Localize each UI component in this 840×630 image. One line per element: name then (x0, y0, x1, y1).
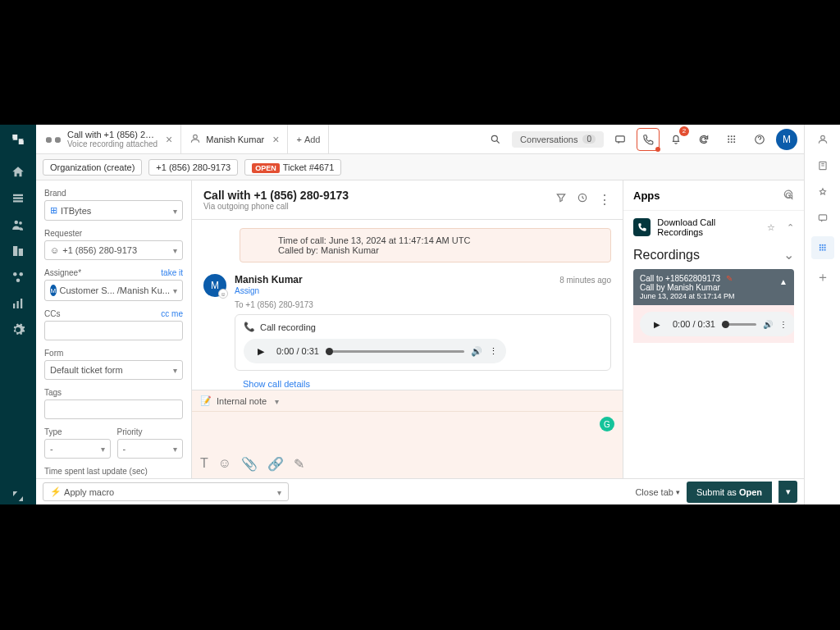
admin-icon[interactable] (10, 322, 26, 338)
apps-grid-icon[interactable] (720, 128, 743, 151)
events-icon[interactable] (577, 192, 588, 208)
products-icon[interactable] (10, 269, 26, 285)
help-icon[interactable] (748, 128, 771, 151)
customers-icon[interactable] (10, 217, 26, 233)
svg-rect-2 (13, 200, 23, 202)
submit-dropdown-button[interactable]: ▾ (778, 481, 797, 503)
close-tab-button[interactable]: Close tab▾ (635, 487, 679, 497)
audio-player[interactable]: ▶ 0:00 / 0:31 🔊 ⋮ (640, 312, 794, 336)
svg-point-14 (491, 135, 497, 141)
grammarly-icon[interactable]: G (600, 417, 614, 431)
refresh-icon[interactable] (783, 189, 794, 202)
zendesk-logo-icon[interactable] (10, 131, 26, 148)
emoji-icon[interactable]: ☺ (218, 456, 231, 472)
svg-rect-22 (728, 141, 729, 143)
app-download-call-recordings[interactable]: Download Call Recordings ☆ ⌃ (623, 211, 804, 244)
svg-rect-38 (824, 249, 825, 251)
assign-link[interactable]: Assign (235, 286, 259, 295)
chevron-down-icon[interactable] (272, 396, 279, 406)
close-icon[interactable]: × (166, 133, 172, 146)
link-icon[interactable]: 🔗 (267, 456, 284, 472)
audio-more-icon[interactable]: ⋮ (489, 346, 498, 357)
svg-rect-21 (733, 138, 735, 139)
svg-rect-18 (733, 135, 735, 137)
user-avatar[interactable]: M (776, 129, 797, 150)
user-icon (189, 133, 201, 146)
views-icon[interactable] (10, 190, 26, 207)
chevron-up-icon[interactable]: ⌃ (787, 222, 794, 233)
user-context-icon[interactable] (815, 131, 831, 148)
requester-select[interactable]: ☺ +1 (856) 280-9173 (44, 240, 183, 260)
pin-icon[interactable]: ☆ (767, 222, 775, 233)
text-format-icon[interactable]: T (200, 456, 208, 472)
ticket-subtitle: Via outgoing phone call (203, 202, 349, 211)
notifications-icon[interactable]: 2 (664, 128, 687, 151)
phone-call-button[interactable] (637, 128, 660, 151)
close-icon[interactable]: × (272, 133, 279, 146)
ticket-number-pill[interactable]: OPENTicket #4671 (244, 159, 341, 176)
ticket-properties-sidebar: Brand ⊞ ITBytes Requester ☺ +1 (856) 280… (36, 180, 192, 478)
add-tab-button[interactable]: + Add (288, 125, 329, 153)
commenter-avatar[interactable]: M☺ (203, 274, 226, 297)
organization-button[interactable]: Organization (create) (43, 159, 142, 176)
play-icon[interactable]: ▶ (252, 342, 270, 360)
organizations-icon[interactable] (10, 243, 26, 259)
wand-icon[interactable]: ✎ (294, 456, 304, 472)
audio-progress-bar[interactable] (326, 350, 464, 353)
audio-progress-bar[interactable] (722, 323, 756, 326)
show-call-details-link[interactable]: Show call details (235, 379, 611, 389)
edit-icon[interactable]: ✎ (726, 274, 733, 283)
apply-macro-select[interactable]: ⚡ Apply macro (43, 482, 289, 501)
attachment-icon[interactable]: 📎 (241, 456, 258, 472)
volume-icon[interactable]: 🔊 (471, 346, 482, 357)
take-it-link[interactable]: take it (161, 268, 183, 277)
refresh-icon[interactable] (692, 128, 715, 151)
audio-more-icon[interactable]: ⋮ (779, 320, 788, 329)
call-info-card: Time of call: June 13, 2024 at 11:47:14 … (240, 228, 611, 262)
tab-title: Call with +1 (856) 280-9... (67, 130, 158, 139)
svg-rect-37 (821, 249, 823, 251)
ticket-form-select[interactable]: Default ticket form (44, 360, 183, 380)
play-icon[interactable]: ▶ (648, 315, 666, 333)
volume-icon[interactable]: 🔊 (763, 320, 773, 329)
ai-icon[interactable] (815, 184, 831, 200)
filter-icon[interactable] (555, 192, 567, 208)
composer-mode[interactable]: Internal note (217, 396, 267, 406)
submit-button[interactable]: Submit as Open (687, 482, 772, 503)
svg-point-8 (20, 272, 24, 276)
chevron-down-icon (170, 365, 177, 375)
composer-textarea[interactable]: G (192, 412, 623, 453)
zendesk-products-icon[interactable] (10, 488, 26, 504)
priority-select[interactable]: - (117, 439, 184, 459)
brand-select[interactable]: ⊞ ITBytes (44, 200, 183, 221)
tags-input[interactable] (44, 399, 183, 419)
type-select[interactable]: - (44, 439, 111, 459)
more-icon[interactable]: ⋮ (598, 192, 611, 208)
chevron-down-icon[interactable]: ⌄ (783, 247, 794, 262)
reporting-icon[interactable] (10, 295, 26, 312)
commenter-name: Manish Kumar (235, 274, 303, 285)
assignee-select[interactable]: M Customer S... /Manish Ku... (44, 280, 183, 301)
tab-user-profile[interactable]: Manish Kumar × (181, 125, 288, 153)
audio-player[interactable]: ▶ 0:00 / 0:31 🔊 ⋮ (244, 339, 506, 363)
comment: M☺ Manish Kumar 8 minutes ago Assign To … (203, 274, 611, 389)
knowledge-icon[interactable] (815, 158, 831, 174)
chat-context-icon[interactable] (815, 210, 831, 226)
ticket-subheader: Organization (create) +1 (856) 280-9173 … (36, 154, 804, 180)
agent-badge-icon: ☺ (218, 289, 228, 299)
cc-me-link[interactable]: cc me (161, 309, 183, 318)
svg-rect-30 (819, 244, 820, 246)
conversations-button[interactable]: Conversations 0 (512, 131, 604, 148)
tab-call-ticket[interactable]: ⏺⏺ Call with +1 (856) 280-9... Voice rec… (36, 125, 181, 153)
chat-icon[interactable] (609, 128, 632, 151)
svg-rect-23 (731, 141, 733, 143)
ccs-input[interactable] (44, 321, 183, 340)
recording-card-header[interactable]: Call to +18562809173 ✎ Call by Manish Ku… (633, 269, 794, 305)
ticket-header: Call with +1 (856) 280-9173 Via outgoing… (192, 180, 623, 220)
home-icon[interactable] (10, 164, 26, 180)
add-context-icon[interactable]: ＋ (815, 269, 831, 285)
phone-number-pill[interactable]: +1 (856) 280-9173 (148, 159, 238, 176)
conversation-log: Time of call: June 13, 2024 at 11:47:14 … (192, 220, 623, 390)
search-icon[interactable] (484, 128, 507, 151)
apps-context-icon[interactable] (811, 236, 834, 259)
